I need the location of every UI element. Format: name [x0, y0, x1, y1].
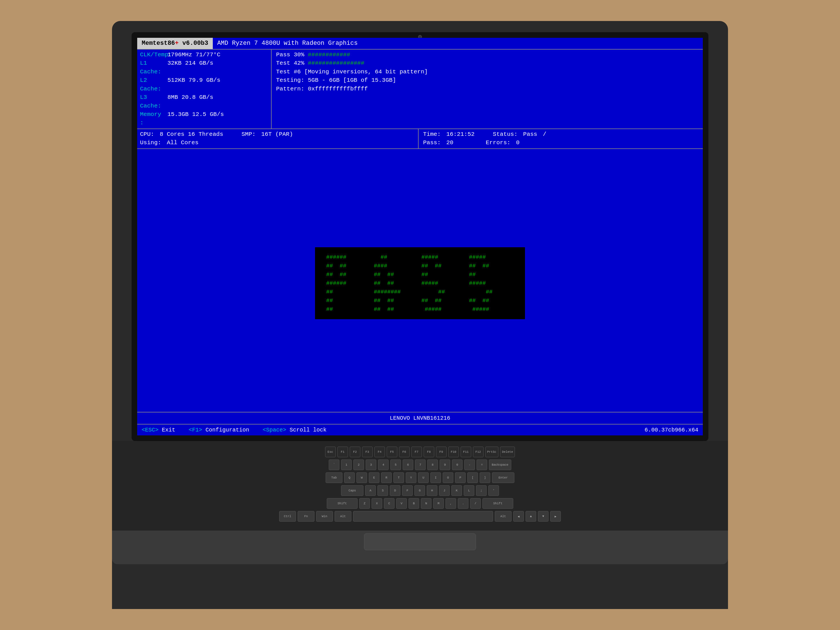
- key-n[interactable]: N: [421, 498, 431, 509]
- key-a[interactable]: A: [365, 485, 376, 496]
- key-f4[interactable]: F4: [374, 447, 385, 457]
- errors-label: Errors:: [486, 139, 510, 147]
- key-7[interactable]: 7: [415, 459, 426, 470]
- grid-col-3: ##### ## ## ## ##### ## ## ## #####: [422, 253, 466, 314]
- key-z[interactable]: Z: [359, 498, 370, 509]
- esc-label: Exit: [162, 427, 175, 433]
- pattern-label: Pattern:: [276, 86, 304, 92]
- key-shift-right[interactable]: Shift: [482, 498, 513, 509]
- key-v[interactable]: V: [396, 498, 407, 509]
- key-k[interactable]: K: [452, 485, 462, 496]
- key-esc[interactable]: Esc: [325, 447, 336, 457]
- footer-bar: <ESC> Exit <F1> Configuration <Space> Sc…: [137, 424, 703, 436]
- keyboard-row-bottom: Ctrl Fn Win Alt Alt ◀ ▲ ▼ ▶: [279, 511, 561, 522]
- clk-row: CLK/Temp: 1796MHz 71/77°C: [140, 51, 268, 59]
- key-d[interactable]: D: [390, 485, 400, 496]
- keyboard-row-zxcv: Shift Z X C V B N M , . / Shift: [327, 498, 513, 509]
- key-2[interactable]: 2: [354, 459, 364, 470]
- key-l[interactable]: L: [464, 485, 474, 496]
- key-space[interactable]: [353, 511, 493, 522]
- key-9[interactable]: 9: [440, 459, 450, 470]
- key-o[interactable]: O: [443, 472, 453, 483]
- key-p[interactable]: P: [455, 472, 466, 483]
- key-f10[interactable]: F10: [448, 447, 459, 457]
- key-0[interactable]: 0: [452, 459, 463, 470]
- key-j[interactable]: J: [439, 485, 450, 496]
- key-minus[interactable]: -: [464, 459, 475, 470]
- key-f2[interactable]: F2: [350, 447, 360, 457]
- key-alt[interactable]: Alt: [335, 511, 351, 522]
- key-backspace[interactable]: Backspace: [489, 459, 511, 470]
- key-x[interactable]: X: [371, 498, 382, 509]
- key-t[interactable]: T: [393, 472, 404, 483]
- l2-row: L2 Cache: 512KB 79.9 GB/s: [140, 76, 268, 93]
- keyboard-row-qwerty: Tab Q W E R T Y U I O P [ ] Enter: [326, 472, 514, 483]
- key-b[interactable]: B: [409, 498, 419, 509]
- errors-value: 0: [516, 139, 519, 147]
- key-enter[interactable]: Enter: [492, 472, 514, 483]
- key-f11[interactable]: F11: [461, 447, 471, 457]
- key-f3[interactable]: F3: [362, 447, 373, 457]
- header-bar: Memtest86+ v6.00b3 AMD Ryzen 7 4800U wit…: [137, 38, 703, 50]
- key-arrow-left[interactable]: ◀: [513, 511, 524, 522]
- key-f5[interactable]: F5: [387, 447, 397, 457]
- mem-value: 15.3GB 12.5 GB/s: [167, 111, 224, 127]
- key-lbracket[interactable]: [: [467, 472, 478, 483]
- key-s[interactable]: S: [377, 485, 388, 496]
- key-delete[interactable]: Delete: [500, 447, 515, 457]
- l1-row: L1 Cache: 32KB 214 GB/s: [140, 59, 268, 76]
- key-equals[interactable]: =: [477, 459, 487, 470]
- key-g[interactable]: G: [414, 485, 425, 496]
- key-backtick[interactable]: `: [329, 459, 339, 470]
- key-slash[interactable]: /: [470, 498, 481, 509]
- key-rbracket[interactable]: ]: [480, 472, 490, 483]
- key-f8[interactable]: F8: [424, 447, 434, 457]
- key-shift-left[interactable]: Shift: [327, 498, 358, 509]
- key-capslock[interactable]: Caps: [341, 485, 363, 496]
- keyboard: Esc F1 F2 F3 F4 F5 F6 F7 F8 F9 F10 F11 F…: [112, 441, 728, 531]
- test-num-row: Test #6 [Moving inversions, 64 bit patte…: [276, 68, 698, 76]
- key-fn[interactable]: Fn: [298, 511, 314, 522]
- key-8[interactable]: 8: [427, 459, 438, 470]
- key-f6[interactable]: F6: [399, 447, 410, 457]
- key-win[interactable]: Win: [316, 511, 333, 522]
- key-y[interactable]: Y: [406, 472, 416, 483]
- key-1[interactable]: 1: [341, 459, 352, 470]
- key-i[interactable]: I: [430, 472, 441, 483]
- display-grid: ###### ## ## ## ## ###### ## ## ## ## ##…: [326, 253, 514, 314]
- key-tab[interactable]: Tab: [326, 472, 343, 483]
- status-row1: Time: 16:21:52 Status: Pass /: [423, 130, 698, 139]
- key-f7[interactable]: F7: [411, 447, 422, 457]
- key-f[interactable]: F: [402, 485, 413, 496]
- key-semicolon[interactable]: ;: [476, 485, 486, 496]
- key-4[interactable]: 4: [378, 459, 388, 470]
- key-h[interactable]: H: [427, 485, 437, 496]
- key-f1[interactable]: F1: [337, 447, 348, 457]
- trackpad[interactable]: [364, 534, 476, 550]
- key-f9[interactable]: F9: [436, 447, 447, 457]
- key-3[interactable]: 3: [366, 459, 376, 470]
- key-5[interactable]: 5: [390, 459, 401, 470]
- pass-row: Pass 30% ############: [276, 51, 698, 59]
- key-arrow-down[interactable]: ▼: [538, 511, 548, 522]
- key-arrow-right[interactable]: ▶: [550, 511, 561, 522]
- key-u[interactable]: U: [418, 472, 429, 483]
- key-6[interactable]: 6: [403, 459, 413, 470]
- laptop-bottom: [112, 531, 728, 564]
- key-e[interactable]: E: [369, 472, 379, 483]
- key-c[interactable]: C: [384, 498, 395, 509]
- test-label: Test: [276, 60, 294, 66]
- key-alt-right[interactable]: Alt: [495, 511, 512, 522]
- testing-label: Testing:: [276, 77, 304, 84]
- key-w[interactable]: W: [357, 472, 367, 483]
- key-m[interactable]: M: [433, 498, 444, 509]
- key-q[interactable]: Q: [344, 472, 355, 483]
- key-arrow-up[interactable]: ▲: [526, 511, 536, 522]
- key-ctrl[interactable]: Ctrl: [279, 511, 296, 522]
- key-quote[interactable]: ': [488, 485, 499, 496]
- key-period[interactable]: .: [458, 498, 469, 509]
- key-r[interactable]: R: [381, 472, 392, 483]
- key-prtsc[interactable]: PrtSc: [485, 447, 498, 457]
- key-comma[interactable]: ,: [445, 498, 456, 509]
- key-f12[interactable]: F12: [473, 447, 483, 457]
